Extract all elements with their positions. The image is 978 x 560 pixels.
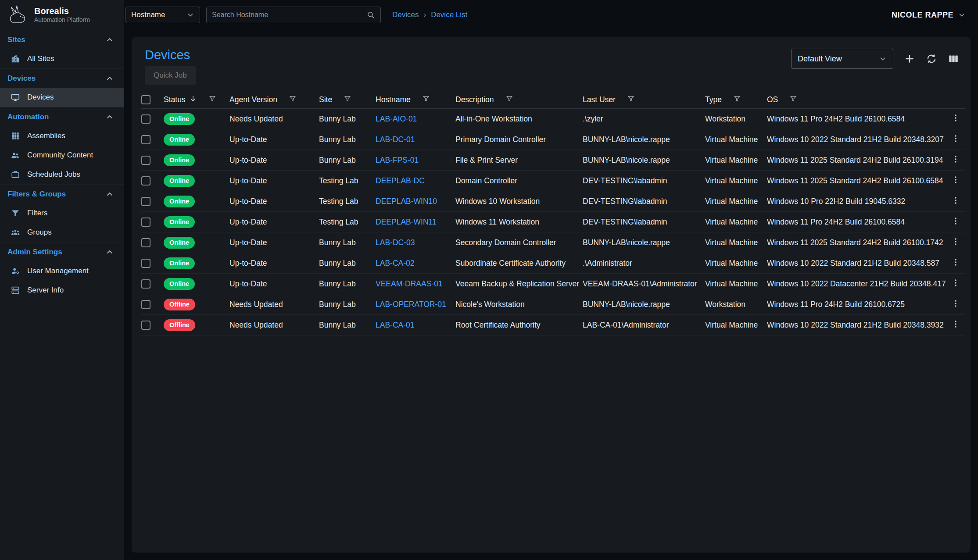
- search-field-select[interactable]: Hostname: [125, 7, 200, 23]
- sidebar-section-automation[interactable]: Automation: [0, 107, 124, 126]
- hostname-link[interactable]: LAB-CA-02: [376, 259, 415, 268]
- sort-desc-icon[interactable]: [189, 95, 197, 105]
- chevron-up-icon: [105, 190, 114, 199]
- hostname-link[interactable]: LAB-DC-01: [376, 135, 415, 144]
- sidebar-item-community-content[interactable]: Community Content: [0, 146, 124, 165]
- filter-icon[interactable]: [422, 95, 430, 105]
- filter-icon[interactable]: [344, 95, 351, 105]
- column-header-agent-version[interactable]: Agent Version: [229, 95, 277, 104]
- briefcase-icon: [11, 170, 20, 179]
- sidebar-item-user-management[interactable]: User Management: [0, 261, 124, 281]
- row-menu-icon[interactable]: [951, 319, 960, 331]
- hostname-link[interactable]: LAB-CA-01: [376, 321, 415, 330]
- hostname-link[interactable]: LAB-DC-03: [376, 238, 415, 247]
- refresh-icon[interactable]: [926, 53, 937, 64]
- site-cell: Bunny Lab: [319, 156, 376, 165]
- hostname-link[interactable]: LAB-OPERATOR-01: [376, 300, 446, 309]
- sidebar-item-scheduled-jobs[interactable]: Scheduled Jobs: [0, 165, 124, 184]
- sidebar-section-sites[interactable]: Sites: [0, 30, 124, 49]
- column-header-type[interactable]: Type: [705, 95, 722, 104]
- quick-job-button[interactable]: Quick Job: [145, 66, 196, 85]
- last-user-cell: DEV-TESTING\labadmin: [583, 197, 705, 206]
- logo-block: Borealis Automation Platform: [0, 0, 124, 30]
- filter-icon[interactable]: [505, 95, 513, 105]
- hostname-link[interactable]: LAB-FPS-01: [376, 156, 419, 165]
- status-badge: Offline: [164, 299, 195, 310]
- hostname-link[interactable]: LAB-AIO-01: [376, 114, 417, 124]
- table-row: OfflineNeeds UpdatedBunny LabLAB-CA-01Ro…: [141, 315, 965, 335]
- row-menu-icon[interactable]: [951, 237, 960, 249]
- column-header-description[interactable]: Description: [455, 95, 494, 104]
- column-header-status[interactable]: Status: [164, 95, 186, 104]
- brand-name: Borealis: [34, 6, 90, 16]
- row-checkbox[interactable]: [141, 259, 150, 268]
- row-checkbox[interactable]: [141, 238, 150, 247]
- os-cell: Windows 11 Pro 24H2 Build 26100.6725: [767, 300, 946, 309]
- row-checkbox[interactable]: [141, 176, 150, 185]
- column-header-hostname[interactable]: Hostname: [376, 95, 411, 104]
- status-badge: Online: [164, 196, 195, 207]
- row-menu-icon[interactable]: [951, 216, 960, 228]
- row-menu-icon[interactable]: [951, 175, 960, 187]
- column-header-site[interactable]: Site: [319, 95, 332, 104]
- row-menu-icon[interactable]: [951, 134, 960, 146]
- row-checkbox[interactable]: [141, 135, 150, 144]
- row-checkbox[interactable]: [141, 114, 150, 124]
- filter-icon[interactable]: [733, 95, 741, 105]
- sidebar-item-all-sites[interactable]: All Sites: [0, 49, 124, 68]
- row-menu-icon[interactable]: [951, 278, 960, 290]
- sidebar: Borealis Automation Platform SitesAll Si…: [0, 0, 124, 560]
- row-checkbox[interactable]: [141, 156, 150, 165]
- hostname-link[interactable]: DEEPLAB-WIN11: [376, 218, 437, 227]
- filter-icon[interactable]: [289, 95, 297, 105]
- breadcrumb-devices[interactable]: Devices: [392, 11, 419, 19]
- last-user-cell: LAB-CA-01\Administrator: [583, 321, 705, 330]
- sidebar-section-admin-settings[interactable]: Admin Settings: [0, 242, 124, 261]
- filter-icon[interactable]: [789, 95, 797, 105]
- row-checkbox[interactable]: [141, 321, 150, 330]
- sidebar-section-devices[interactable]: Devices: [0, 68, 124, 88]
- sidebar-item-groups[interactable]: Groups: [0, 223, 124, 242]
- hostname-link[interactable]: VEEAM-DRAAS-01: [376, 279, 443, 289]
- select-all-checkbox[interactable]: [141, 95, 150, 104]
- hostname-link[interactable]: DEEPLAB-WIN10: [376, 197, 437, 206]
- row-menu-icon[interactable]: [951, 257, 960, 269]
- columns-icon[interactable]: [948, 53, 959, 64]
- row-checkbox[interactable]: [141, 279, 150, 289]
- row-checkbox[interactable]: [141, 218, 150, 227]
- breadcrumb-device-list[interactable]: Device List: [431, 11, 467, 19]
- row-menu-icon[interactable]: [951, 196, 960, 207]
- chevron-up-icon: [105, 248, 114, 257]
- view-select[interactable]: Default View: [791, 49, 893, 69]
- user-menu-label: NICOLE RAPPE: [892, 11, 953, 20]
- device-table-body: OnlineNeeds UpdatedBunny LabLAB-AIO-01Al…: [141, 109, 965, 335]
- type-cell: Workstation: [705, 114, 767, 124]
- sidebar-item-devices[interactable]: Devices: [0, 88, 124, 107]
- filter-icon[interactable]: [627, 95, 635, 105]
- type-cell: Virtual Machine: [705, 176, 767, 185]
- agent-version-cell: Needs Updated: [229, 321, 319, 330]
- last-user-cell: DEV-TESTING\labadmin: [583, 218, 705, 227]
- add-view-icon[interactable]: [904, 53, 915, 64]
- row-checkbox[interactable]: [141, 300, 150, 309]
- site-cell: Testing Lab: [319, 176, 376, 185]
- filter-icon[interactable]: [208, 95, 216, 105]
- row-menu-icon[interactable]: [951, 299, 960, 310]
- column-header-os[interactable]: OS: [767, 95, 778, 104]
- column-header-last-user[interactable]: Last User: [583, 95, 616, 104]
- row-menu-icon[interactable]: [951, 154, 960, 166]
- sidebar-section-filters-groups[interactable]: Filters & Groups: [0, 184, 124, 203]
- sidebar-item-server-info[interactable]: Server Info: [0, 281, 124, 300]
- row-checkbox[interactable]: [141, 197, 150, 206]
- agent-version-cell: Up-to-Date: [229, 156, 319, 165]
- search-input[interactable]: [212, 11, 366, 19]
- row-menu-icon[interactable]: [951, 113, 960, 125]
- sidebar-section-label: Admin Settings: [7, 248, 62, 257]
- search-icon[interactable]: [366, 11, 375, 19]
- sidebar-item-filters[interactable]: Filters: [0, 203, 124, 223]
- table-row: OnlineUp-to-DateBunny LabVEEAM-DRAAS-01V…: [141, 274, 965, 294]
- hostname-link[interactable]: DEEPLAB-DC: [376, 176, 425, 185]
- sidebar-item-assemblies[interactable]: Assemblies: [0, 126, 124, 146]
- description-cell: Windows 10 Workstation: [455, 197, 583, 206]
- user-menu[interactable]: NICOLE RAPPE: [892, 11, 966, 20]
